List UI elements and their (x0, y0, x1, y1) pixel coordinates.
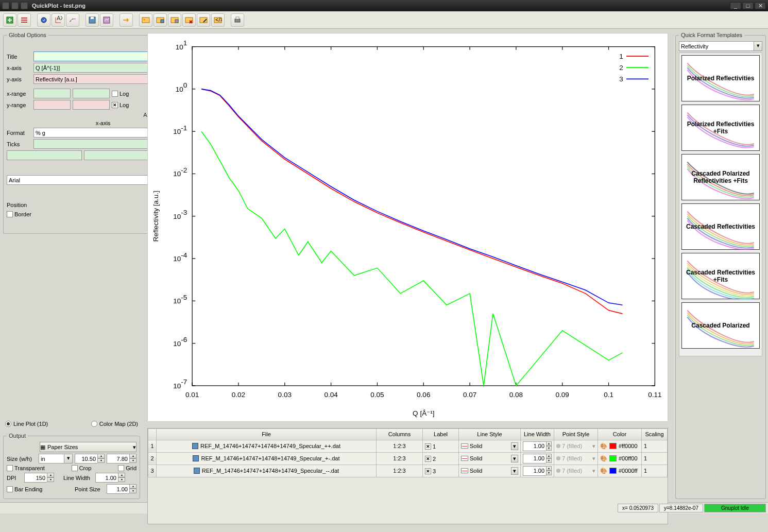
pointsize-spinner[interactable]: ▴▾ (107, 484, 136, 494)
xrange-min-input[interactable] (33, 89, 71, 98)
template-list[interactable]: Polarized ReflectivitiesPolarized Reflec… (679, 53, 762, 356)
export-clipboard-button[interactable] (168, 13, 181, 27)
colormap-radio[interactable]: Color Map (2D) (91, 421, 138, 427)
template-item[interactable]: Cascaded Reflectivities (681, 203, 760, 250)
template-item[interactable]: Cascaded Reflectivities +Fits (681, 253, 760, 299)
file-cell[interactable]: REF_M_14746+14747+14748+14749_Specular_-… (159, 468, 374, 474)
color-picker-icon: 🎨 (600, 468, 607, 474)
color-cell[interactable]: 🎨#ff0000 (598, 440, 642, 452)
xticks-input[interactable] (33, 139, 161, 149)
export-save-button[interactable] (153, 13, 167, 27)
color-cell[interactable]: 🎨#00ff00 (598, 452, 642, 465)
linewidth-cell[interactable]: ▴▾ (521, 440, 554, 452)
table-row[interactable]: 1 REF_M_14746+14747+14748+14749_Specular… (148, 440, 668, 452)
svg-text:0.06: 0.06 (417, 391, 430, 399)
columns-cell[interactable]: 1:2:3 (377, 440, 423, 452)
pointstyle-cell[interactable]: 7 (filled) ▾ (554, 440, 598, 452)
crop-checkbox[interactable]: Crop (72, 465, 92, 471)
scaling-cell[interactable]: 1 (642, 465, 668, 477)
export-image-button[interactable] (139, 13, 152, 27)
size-w-spinner[interactable]: ▴▾ (75, 454, 105, 464)
restore-down-icon[interactable] (11, 2, 19, 9)
file-cell[interactable]: REF_M_14746+14747+14748+14749_Specular_+… (159, 443, 374, 449)
label-header[interactable]: Label (423, 428, 459, 440)
export-button[interactable] (120, 13, 133, 27)
close-button[interactable]: ✕ (755, 2, 766, 9)
file-cell[interactable]: REF_M_14746+14747+14748+14749_Specular_+… (159, 455, 374, 461)
axes-button[interactable]: AXES (52, 13, 65, 27)
save-button[interactable] (86, 13, 99, 27)
hlines-button[interactable] (18, 13, 31, 27)
table-row[interactable]: 2 REF_M_14746+14747+14748+14749_Specular… (148, 452, 668, 465)
scaling-cell[interactable]: 1 (642, 452, 668, 465)
yrange-max-input[interactable] (73, 100, 110, 110)
linestyle-header[interactable]: Line Style (459, 428, 521, 440)
export-edit-button[interactable] (197, 13, 210, 27)
linestyle-cell[interactable]: Solid▾ (459, 465, 521, 477)
scaling-cell[interactable]: 1 (642, 440, 668, 452)
label-cell[interactable]: 2 (423, 452, 459, 465)
linestyle-cell[interactable]: Solid▾ (459, 440, 521, 452)
table-row[interactable]: 3 REF_M_14746+14747+14748+14749_Specular… (148, 465, 668, 477)
minimize-button[interactable]: _ (730, 2, 741, 9)
template-item[interactable]: Cascaded Polarized Reflectivities +Fits (681, 154, 760, 200)
title-label: Title (7, 54, 31, 60)
xlog-checkbox[interactable]: Log (112, 91, 129, 97)
linestyle-cell[interactable]: Solid▾ (459, 452, 521, 465)
export-code-button[interactable]: </> (211, 13, 225, 27)
template-item[interactable]: Cascaded Polarized (681, 302, 760, 349)
file-header[interactable]: File (157, 428, 377, 440)
fit-button[interactable] (66, 13, 79, 27)
row-index: 3 (148, 465, 157, 477)
svg-text:Q [Å⁻¹]: Q [Å⁻¹] (413, 409, 434, 417)
paper-sizes-button[interactable]: ▦Paper Sizes▾ (40, 442, 136, 452)
svg-text:1: 1 (619, 53, 623, 60)
color-cell[interactable]: 🎨#0000ff (598, 465, 642, 477)
grid-checkbox[interactable]: Grid (118, 465, 136, 471)
svg-text:0.03: 0.03 (278, 391, 292, 399)
yaxis-label: y-axis (7, 76, 31, 82)
quick-templates-panel: Quick Format Templates ▾ Polarized Refle… (675, 32, 766, 499)
yrange-min-input[interactable] (33, 100, 71, 110)
size-h-spinner[interactable]: ▴▾ (107, 454, 136, 464)
template-item[interactable]: Polarized Reflectivities +Fits (681, 105, 760, 151)
refresh-button[interactable] (37, 13, 50, 27)
columns-cell[interactable]: 1:2:3 (377, 452, 423, 465)
linewidth-cell[interactable]: ▴▾ (521, 465, 554, 477)
xrange-max-input[interactable] (73, 89, 110, 98)
dpi-spinner[interactable]: ▴▾ (24, 473, 54, 483)
save-style-button[interactable] (100, 13, 113, 27)
border-checkbox[interactable]: Border (7, 211, 31, 217)
barending-checkbox[interactable]: Bar Ending (7, 486, 42, 492)
color-header[interactable]: Color (598, 428, 642, 440)
color-picker-icon: 🎨 (600, 455, 607, 462)
pointstyle-header[interactable]: Point Style (554, 428, 598, 440)
scaling-header[interactable]: Scaling (642, 428, 668, 440)
columns-header[interactable]: Columns (377, 428, 423, 440)
label-cell[interactable]: 3 (423, 465, 459, 477)
pointstyle-cell[interactable]: 7 (filled) ▾ (554, 465, 598, 477)
shade-icon[interactable] (21, 2, 28, 9)
ylog-checkbox[interactable]: Log (112, 102, 129, 108)
linewidth-header[interactable]: Line Width (521, 428, 554, 440)
template-item[interactable]: Polarized Reflectivities (681, 55, 760, 101)
lineplot-radio[interactable]: Line Plot (1D) (5, 421, 48, 427)
export-delete-button[interactable] (182, 13, 196, 27)
maximize-button[interactable]: □ (742, 2, 754, 9)
template-select[interactable] (679, 41, 754, 51)
print-button[interactable] (231, 13, 244, 27)
chart-canvas[interactable]: 10110010-110-210-310-410-510-610-70.010.… (147, 33, 668, 422)
global-options-legend: Global Options (7, 32, 48, 38)
linewidth-spinner[interactable]: ▴▾ (95, 473, 125, 483)
xextra1-input[interactable] (7, 150, 82, 160)
pointstyle-cell[interactable]: 7 (filled) ▾ (554, 452, 598, 465)
xaxis-label: x-axis (7, 65, 31, 71)
label-cell[interactable]: 1 (423, 440, 459, 452)
color-picker-icon: 🎨 (600, 443, 607, 450)
linewidth-cell[interactable]: ▴▾ (521, 452, 554, 465)
columns-cell[interactable]: 1:2:3 (377, 465, 423, 477)
transparent-checkbox[interactable]: Transparent (7, 465, 45, 471)
new-plot-button[interactable] (3, 13, 16, 27)
xformat-input[interactable] (33, 128, 152, 138)
size-unit-input[interactable] (39, 454, 64, 464)
